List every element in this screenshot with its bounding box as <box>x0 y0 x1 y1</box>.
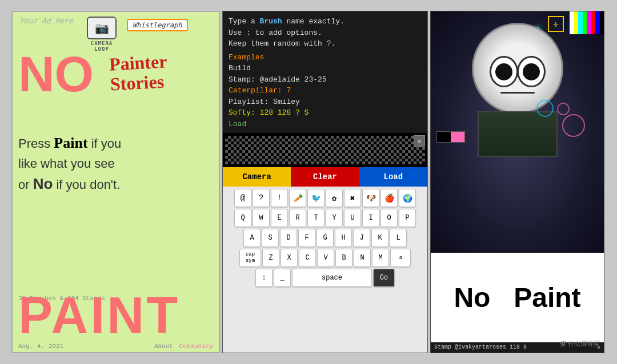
camera-icon: 📷 <box>87 17 117 39</box>
key-x[interactable]: X <box>281 249 298 267</box>
key-s[interactable]: S <box>262 229 279 247</box>
key-z[interactable]: Z <box>262 249 279 267</box>
canvas-inner <box>225 136 425 164</box>
press-word: Press <box>18 136 54 151</box>
key-flower[interactable]: ✿ <box>326 189 343 207</box>
color-bar-blue <box>595 11 600 34</box>
nav-crosshair-icon[interactable]: ✛ <box>548 16 564 32</box>
key-k[interactable]: K <box>371 229 388 247</box>
key-n[interactable]: N <box>354 249 371 267</box>
key-backspace[interactable]: ⌫ <box>390 249 411 267</box>
key-b[interactable]: B <box>335 249 352 267</box>
key-go[interactable]: Go <box>373 269 395 287</box>
example-caterpillar: Caterpillar: 7 <box>229 85 422 96</box>
color-bar-white <box>570 11 574 34</box>
eye-pupil-right <box>523 63 540 80</box>
character-head <box>472 23 563 114</box>
key-carrot[interactable]: 🥕 <box>289 189 306 207</box>
community-link[interactable]: Community <box>179 343 213 350</box>
settings-icon[interactable]: ⚙ <box>414 135 425 147</box>
no-big-text: NO <box>18 49 94 99</box>
deco-circle-pink2 <box>557 103 570 115</box>
key-exclaim[interactable]: ! <box>271 189 288 207</box>
instruction-line-3: Keep them random with ?. <box>229 38 422 50</box>
if-you-dont: if you don't. <box>53 177 120 192</box>
middle-panel: Type a Brush name exactly. Use : to add … <box>222 11 428 353</box>
watermark: 值·什么值得买 <box>560 339 599 348</box>
paint-big-text: PAINT <box>18 286 180 345</box>
key-cross[interactable]: ✖ <box>344 189 361 207</box>
key-i[interactable]: I <box>362 209 379 227</box>
color-bars <box>570 11 604 34</box>
key-a[interactable]: A <box>243 229 261 247</box>
key-l[interactable]: L <box>390 229 407 247</box>
keyboard-row-3: capsym Z X C V B N M ⌫ <box>224 249 426 267</box>
example-playlist: Playlist: Smiley <box>229 96 422 108</box>
no-word: No <box>33 175 53 192</box>
color-block <box>436 131 465 143</box>
key-dog[interactable]: 🐶 <box>362 189 379 207</box>
color-bar-green <box>583 11 587 34</box>
action-buttons: Camera Clear Load <box>223 167 427 187</box>
key-p[interactable]: P <box>399 209 416 227</box>
right-panel: ✛ ✦ No <box>430 11 604 353</box>
key-bird[interactable]: 🐦 <box>307 189 324 207</box>
example-load: Load <box>229 119 422 130</box>
load-button[interactable]: Load <box>359 167 427 187</box>
about-link[interactable]: About <box>154 343 173 350</box>
key-f[interactable]: F <box>298 229 315 247</box>
right-bottom: No Paint Stamp @ivakyartaroses 118 8 ✕ <box>431 253 604 353</box>
key-o[interactable]: O <box>380 209 398 227</box>
key-question[interactable]: ? <box>253 189 270 207</box>
brush-instructions: Type a Brush name exactly. Use : to add … <box>223 11 427 133</box>
camera-button[interactable]: Camera <box>223 167 291 187</box>
key-j[interactable]: J <box>353 229 370 247</box>
character-body <box>478 111 558 157</box>
key-d[interactable]: D <box>280 229 297 247</box>
key-q[interactable]: Q <box>234 209 251 227</box>
keyboard-row-1: Q W E R T Y U I O P <box>224 209 426 227</box>
key-m[interactable]: M <box>372 249 389 267</box>
example-build: Build <box>229 63 422 74</box>
brush-keyword: Brush <box>260 17 282 26</box>
color-bar-cyan <box>578 11 583 34</box>
stamp-text: Stamp @ivakyartaroses 118 8 <box>434 344 527 351</box>
press-paint-text: Press Paint if youlike what you seeor No… <box>18 132 121 195</box>
key-apple[interactable]: 🍎 <box>380 189 398 207</box>
key-capsym[interactable]: capsym <box>239 249 261 267</box>
key-space[interactable]: space <box>292 269 372 287</box>
camera-label: CAMERALOOP <box>91 41 113 52</box>
color-bar-yellow <box>574 11 579 34</box>
deco-circle-pink <box>562 114 585 137</box>
paint-button[interactable]: Paint <box>514 282 580 313</box>
key-e[interactable]: E <box>271 209 288 227</box>
key-underscore[interactable]: _ <box>274 269 291 287</box>
key-r[interactable]: R <box>289 209 306 227</box>
eye-pupil-left <box>495 63 512 80</box>
key-globe[interactable]: 🌍 <box>399 189 416 207</box>
keyboard-row-2: A S D F G H J K L <box>224 229 426 247</box>
no-button[interactable]: No <box>454 282 490 313</box>
instruction-line-2: Use : to add options. <box>229 27 422 39</box>
key-colon[interactable]: : <box>255 269 273 287</box>
left-panel: Your Ad Here 📷 CAMERALOOP Whistlegraph N… <box>11 11 220 353</box>
examples-header: Examples <box>229 52 422 63</box>
key-h[interactable]: H <box>335 229 352 247</box>
key-g[interactable]: G <box>316 229 334 247</box>
clear-button[interactable]: Clear <box>291 167 359 187</box>
date-text: Aug. 4, 2021 <box>18 343 63 350</box>
character-scene: ✛ ✦ <box>431 11 604 257</box>
key-c[interactable]: C <box>299 249 316 267</box>
keyboard-area: @ ? ! 🥕 🐦 ✿ ✖ 🐶 🍎 🌍 Q W E R T Y U I <box>223 187 427 353</box>
ad-text: Your Ad Here <box>15 14 78 27</box>
key-at[interactable]: @ <box>234 189 251 207</box>
key-v[interactable]: V <box>317 249 334 267</box>
whistlegraph-badge[interactable]: Whistlegraph <box>127 19 188 31</box>
character-eye-right <box>517 56 546 87</box>
color-bar-red <box>591 11 596 34</box>
key-u[interactable]: U <box>344 209 361 227</box>
key-w[interactable]: W <box>253 209 270 227</box>
key-y[interactable]: Y <box>326 209 343 227</box>
key-t[interactable]: T <box>307 209 324 227</box>
character-eye-left <box>490 56 518 87</box>
